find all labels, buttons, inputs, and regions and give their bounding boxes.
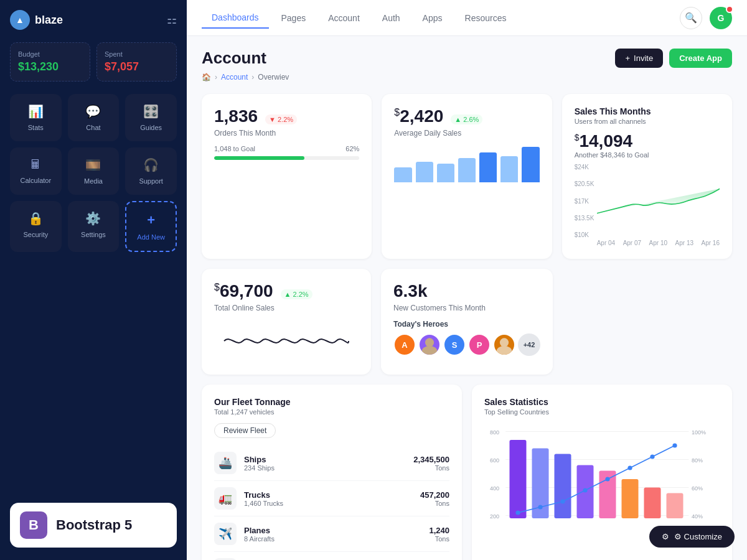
- svg-point-29: [627, 465, 632, 470]
- main-content: Dashboards Pages Account Auth Apps Resou…: [187, 0, 747, 560]
- fleet-row-trucks: 🚛 Trucks 1,460 Trucks 457,200 Tons: [214, 481, 449, 516]
- sidebar-item-media[interactable]: 🎞️ Media: [68, 147, 120, 195]
- trucks-value: 457,200: [420, 490, 449, 500]
- trucks-count: 1,460 Trucks: [244, 500, 420, 507]
- budget-cards: Budget $13,230 Spent $7,057: [10, 42, 177, 82]
- top-nav: Dashboards Pages Account Auth Apps Resou…: [187, 0, 747, 36]
- tab-auth[interactable]: Auth: [372, 7, 410, 29]
- review-fleet-button[interactable]: Review Fleet: [214, 423, 276, 438]
- spent-label: Spent: [105, 50, 169, 58]
- media-label: Media: [84, 177, 103, 185]
- sales-stats-title: Sales Statistics: [484, 397, 720, 407]
- tab-pages[interactable]: Pages: [271, 7, 316, 29]
- svg-point-0: [425, 338, 434, 347]
- sidebar-header: ▲ blaze ⚏: [10, 10, 177, 30]
- planes-value: 1,240: [429, 526, 449, 535]
- online-sales-label: Total Online Sales: [214, 304, 359, 312]
- spent-card: Spent $7,057: [96, 42, 177, 82]
- svg-point-3: [497, 346, 512, 356]
- svg-rect-16: [510, 440, 527, 518]
- sidebar-item-calculator[interactable]: 🖩 Calculator: [10, 147, 62, 195]
- support-label: Support: [139, 177, 163, 185]
- svg-rect-23: [667, 493, 684, 519]
- plus-icon: +: [625, 54, 630, 63]
- orders-progress-label: 1,048 to Goal 62%: [214, 145, 359, 152]
- heroes-avatars: A S P +42: [393, 334, 540, 356]
- notification-badge: [726, 6, 733, 13]
- bar-1: [394, 167, 411, 182]
- settings-icon: ⚙️: [85, 211, 101, 226]
- bootstrap-icon: B: [20, 511, 47, 539]
- chat-icon: 💬: [85, 104, 101, 119]
- bar-5: [479, 152, 497, 182]
- progress-text: 1,048 to Goal: [214, 145, 255, 152]
- user-avatar[interactable]: G: [710, 7, 732, 29]
- sales-stats-chart: 800 600 400 200 100% 80% 60% 40%: [484, 423, 720, 535]
- trucks-name: Trucks: [244, 490, 420, 500]
- bar-3: [437, 164, 454, 182]
- support-icon: 🎧: [143, 157, 159, 172]
- svg-text:40%: 40%: [692, 513, 703, 520]
- logo-text: blaze: [35, 14, 63, 27]
- spent-value: $7,057: [105, 60, 169, 73]
- page-content: Account + Invite Create App 🏠 › Account …: [187, 36, 747, 560]
- tab-account[interactable]: Account: [318, 7, 370, 29]
- page-title: Account: [202, 49, 266, 68]
- svg-point-24: [515, 510, 520, 515]
- planes-name: Planes: [244, 526, 429, 535]
- sidebar-item-support[interactable]: 🎧 Support: [125, 147, 177, 195]
- svg-text:800: 800: [490, 429, 499, 436]
- customize-label: ⚙ Customize: [674, 532, 722, 541]
- ships-unit: Tons: [413, 464, 449, 472]
- progress-bar: [214, 156, 359, 160]
- online-sales-value: $69,700: [214, 281, 273, 301]
- svg-point-25: [538, 505, 542, 509]
- search-button[interactable]: 🔍: [680, 7, 702, 29]
- svg-point-27: [583, 488, 587, 492]
- svg-point-1: [422, 346, 438, 356]
- svg-point-28: [605, 477, 609, 481]
- security-label: Security: [23, 231, 48, 238]
- svg-text:200: 200: [490, 513, 499, 520]
- sidebar: ▲ blaze ⚏ Budget $13,230 Spent $7,057 📊 …: [0, 0, 187, 560]
- top-nav-actions: 🔍 G: [680, 7, 732, 29]
- guides-label: Guides: [140, 124, 162, 131]
- bar-2: [416, 162, 433, 182]
- svg-text:400: 400: [490, 485, 499, 492]
- nav-tabs: Dashboards Pages Account Auth Apps Resou…: [202, 7, 516, 29]
- customize-button[interactable]: ⚙ ⚙ Customize: [649, 526, 735, 548]
- sales-stats-sub: Top Selling Countries: [484, 408, 720, 416]
- daily-sales-badge: ▲ 2.6%: [451, 114, 482, 124]
- calculator-label: Calculator: [21, 177, 52, 184]
- sales-goal-text: Another $48,346 to Goal: [575, 151, 720, 159]
- create-app-button[interactable]: Create App: [669, 49, 732, 68]
- sidebar-item-chat[interactable]: 💬 Chat: [68, 94, 120, 141]
- daily-sales-label: Average Daily Sales: [394, 129, 539, 138]
- tab-dashboards[interactable]: Dashboards: [202, 7, 269, 29]
- sidebar-item-settings[interactable]: ⚙️ Settings: [68, 201, 120, 252]
- invite-button[interactable]: + Invite: [615, 49, 663, 68]
- tab-resources[interactable]: Resources: [455, 7, 517, 29]
- wavy-chart: [214, 322, 359, 360]
- sidebar-item-guides[interactable]: 🎛️ Guides: [125, 94, 177, 141]
- fleet-card: Our Fleet Tonnage Total 1,247 vehicles R…: [202, 385, 462, 560]
- new-customers-card: 6.3k New Customers This Month Today's He…: [381, 269, 553, 375]
- sales-month-sub: Users from all channels: [575, 118, 720, 125]
- sidebar-item-security[interactable]: 🔒 Security: [10, 201, 62, 252]
- heroes-title: Today's Heroes: [393, 320, 540, 329]
- sidebar-item-add-new[interactable]: + Add New: [125, 201, 177, 252]
- new-customers-value: 6.3k: [393, 281, 540, 301]
- breadcrumb-account[interactable]: Account: [221, 73, 248, 82]
- page-actions: + Invite Create App: [615, 49, 732, 68]
- progress-fill: [214, 156, 304, 160]
- svg-text:60%: 60%: [692, 485, 703, 492]
- guides-icon: 🎛️: [143, 104, 159, 119]
- svg-rect-18: [555, 454, 571, 519]
- security-icon: 🔒: [28, 211, 44, 226]
- menu-icon[interactable]: ⚏: [167, 13, 177, 27]
- stats-label: Stats: [28, 124, 44, 131]
- breadcrumb-overview: Overwiev: [258, 73, 289, 82]
- sidebar-item-stats[interactable]: 📊 Stats: [10, 94, 62, 141]
- tab-apps[interactable]: Apps: [413, 7, 453, 29]
- stats-icon: 📊: [28, 104, 44, 119]
